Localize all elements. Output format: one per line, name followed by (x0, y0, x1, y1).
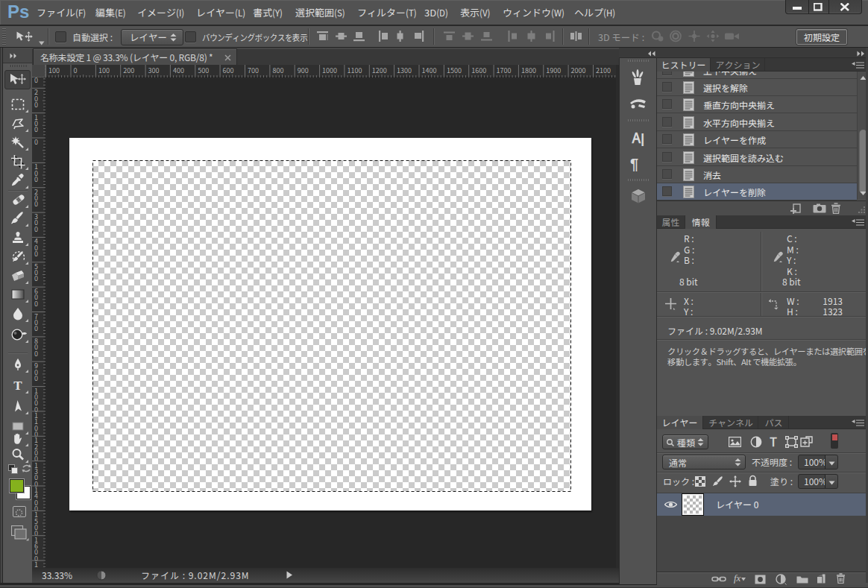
svg-text:0: 0 (34, 124, 38, 134)
svg-text:1900: 1900 (546, 66, 561, 75)
svg-text:1100: 1100 (347, 66, 362, 75)
svg-text:1700: 1700 (497, 66, 512, 75)
svg-text:0: 0 (34, 323, 38, 333)
svg-text:100: 100 (48, 66, 60, 75)
svg-text:0: 0 (34, 373, 38, 383)
svg-text:900: 900 (298, 66, 309, 75)
svg-text:0: 0 (34, 249, 38, 259)
svg-text:1300: 1300 (397, 66, 412, 75)
svg-text:2100: 2100 (596, 66, 611, 75)
svg-text:0: 0 (34, 100, 38, 110)
svg-text:1600: 1600 (471, 66, 486, 75)
svg-text:0: 0 (34, 199, 38, 209)
svg-text:0: 0 (34, 224, 38, 234)
svg-text:1800: 1800 (521, 66, 536, 75)
svg-text:1400: 1400 (422, 66, 437, 75)
svg-text:0: 0 (34, 137, 38, 147)
svg-text:1500: 1500 (447, 66, 462, 75)
svg-text:1000: 1000 (322, 66, 337, 75)
svg-text:700: 700 (248, 66, 259, 75)
svg-text:400: 400 (173, 66, 184, 75)
svg-text:0: 0 (34, 299, 38, 309)
svg-text:T: T (13, 379, 22, 393)
svg-text:0: 0 (34, 78, 38, 85)
svg-text:1200: 1200 (372, 66, 387, 75)
svg-text:500: 500 (198, 66, 209, 75)
svg-text:0: 0 (74, 66, 78, 75)
svg-text:800: 800 (272, 66, 283, 75)
svg-text:300: 300 (148, 66, 160, 75)
svg-text:0: 0 (34, 174, 38, 184)
svg-text:0: 0 (34, 274, 38, 283)
svg-text:600: 600 (223, 66, 234, 75)
svg-text:100: 100 (98, 66, 110, 75)
svg-text:0: 0 (34, 349, 38, 358)
svg-text:2000: 2000 (571, 66, 586, 75)
svg-text:200: 200 (123, 66, 134, 75)
